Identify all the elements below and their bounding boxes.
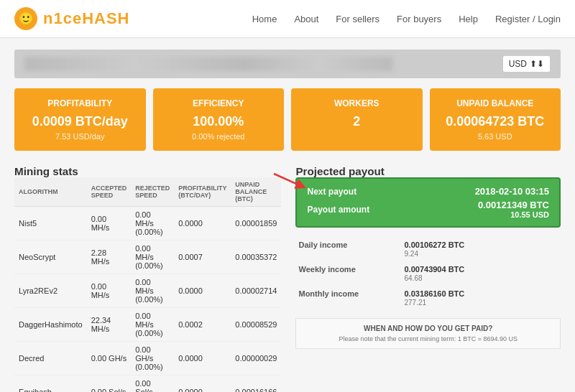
- cell-profit: 0.0000: [174, 207, 231, 241]
- cell-algo: Equihash: [14, 375, 87, 393]
- payout-amount-label: Payout amount: [307, 205, 369, 215]
- mining-table-header: Algorithm Accepted Speed Rejected Speed …: [14, 177, 281, 207]
- bottom-section: Mining stats Algorithm Accepted Speed Re…: [14, 165, 561, 392]
- nav-help[interactable]: Help: [459, 14, 478, 24]
- cell-unpaid: 0.00000029: [231, 342, 281, 375]
- cell-profit: 0.0002: [174, 308, 231, 342]
- projected-payout-section: Projected payout Next payout 2018-02-10 …: [295, 165, 561, 392]
- cell-rejected: 0.00 MH/s (0.00%): [131, 308, 174, 342]
- cell-accepted: 0.00 GH/s: [87, 342, 132, 375]
- payout-amount-row: Payout amount 0.00121349 BTC 10.55 USD: [307, 200, 549, 219]
- cell-accepted: 0.00 MH/s: [87, 207, 132, 241]
- mining-stats-title: Mining stats: [14, 165, 281, 177]
- table-row: NeoScrypt 2.28 MH/s 0.00 MH/s (0.00%) 0.…: [14, 241, 281, 274]
- list-item: Daily income 0.00106272 BTC 9.24: [297, 238, 559, 261]
- wallet-address-blurred: [24, 57, 392, 71]
- next-payout-label: Next payout: [307, 187, 356, 197]
- cell-unpaid: 0.00035372: [231, 241, 281, 274]
- cell-accepted: 22.34 MH/s: [87, 308, 132, 342]
- cell-profit: 0.0000: [174, 342, 231, 375]
- cell-profit: 0.0007: [174, 241, 231, 274]
- cell-unpaid: 0.00016166: [231, 375, 281, 393]
- main-content: USD ⬆⬇ Profitability 0.0009 BTC/day 7.53…: [0, 38, 575, 392]
- stat-profitability: Profitability 0.0009 BTC/day 7.53 USD/da…: [14, 88, 146, 151]
- cell-rejected: 0.00 Sol/s (0.00%): [131, 375, 174, 393]
- logo-text: n1ceHASH: [43, 9, 130, 28]
- nav-home[interactable]: Home: [252, 14, 277, 24]
- cell-algo: Decred: [14, 342, 87, 375]
- income-btc: 0.03186160 BTC: [404, 289, 464, 298]
- income-table: Daily income 0.00106272 BTC 9.24 Weekly …: [295, 236, 561, 311]
- logo-hash: HASH: [82, 9, 129, 27]
- cell-unpaid: 0.00001859: [231, 207, 281, 241]
- mining-table: Algorithm Accepted Speed Rejected Speed …: [14, 177, 281, 392]
- nav-about[interactable]: About: [294, 14, 318, 24]
- when-paid-label: WHEN AND HOW DO YOU GET PAID?: [364, 325, 492, 332]
- efficiency-value: 100.00%: [165, 114, 273, 129]
- next-payout-row: Next payout 2018-02-10 03:15: [307, 186, 549, 197]
- table-row: Lyra2REv2 0.00 MH/s 0.00 MH/s (0.00%) 0.…: [14, 274, 281, 308]
- cell-algo: Lyra2REv2: [14, 274, 87, 308]
- unpaid-label: Unpaid balance: [441, 98, 550, 108]
- workers-label: Workers: [303, 98, 411, 108]
- list-item: Monthly income 0.03186160 BTC 277.21: [297, 286, 559, 309]
- stats-cards: Profitability 0.0009 BTC/day 7.53 USD/da…: [14, 88, 561, 151]
- unpaid-value: 0.00064723 BTC: [441, 114, 550, 129]
- cell-profit: 0.0000: [174, 274, 231, 308]
- cell-rejected: 0.00 MH/s (0.00%): [131, 207, 174, 241]
- workers-value: 2: [303, 114, 411, 129]
- cell-accepted: 0.00 Sol/s: [87, 375, 132, 393]
- header: 🙂 n1ceHASH Home About For sellers For bu…: [0, 0, 575, 38]
- logo-n1ce: n1ce: [43, 9, 82, 27]
- col-accepted: Accepted Speed: [87, 177, 132, 207]
- red-arrow: [267, 170, 310, 192]
- cell-rejected: 0.00 GH/s (0.00%): [131, 342, 174, 375]
- income-usd: 277.21: [404, 299, 426, 307]
- stat-unpaid-balance: Unpaid balance 0.00064723 BTC 5.63 USD: [430, 88, 561, 151]
- cell-unpaid: 0.00008529: [231, 308, 281, 342]
- list-item: Weekly income 0.00743904 BTC 64.68: [297, 262, 559, 285]
- unpaid-sub: 5.63 USD: [441, 132, 550, 141]
- income-label: Monthly income: [297, 286, 401, 309]
- projected-title: Projected payout: [295, 165, 561, 177]
- efficiency-label: Efficiency: [165, 98, 273, 108]
- main-nav: Home About For sellers For buyers Help R…: [252, 14, 561, 24]
- income-btc: 0.00106272 BTC: [404, 241, 464, 249]
- payout-amount-usd: 10.55 USD: [478, 210, 549, 219]
- col-profitability: Profitability (BTC/DAY): [174, 177, 231, 207]
- currency-label: USD: [509, 59, 527, 69]
- income-label: Daily income: [297, 238, 401, 261]
- cell-accepted: 0.00 MH/s: [87, 274, 132, 308]
- income-label: Weekly income: [297, 262, 401, 285]
- wallet-banner: USD ⬆⬇: [14, 50, 561, 78]
- income-usd: 9.24: [404, 250, 418, 258]
- svg-line-1: [274, 174, 301, 186]
- cell-rejected: 0.00 MH/s (0.00%): [131, 241, 174, 274]
- currency-selector[interactable]: USD ⬆⬇: [502, 55, 551, 73]
- mining-stats-section: Mining stats Algorithm Accepted Speed Re…: [14, 165, 281, 392]
- exchange-rate-note: Please note that the current mining term…: [302, 335, 554, 342]
- next-payout-value: 2018-02-10 03:15: [475, 186, 549, 197]
- cell-rejected: 0.00 MH/s (0.00%): [131, 274, 174, 308]
- col-rejected: Rejected Speed: [131, 177, 174, 207]
- stat-efficiency: Efficiency 100.00% 0.00% rejected: [153, 88, 285, 151]
- logo-icon: 🙂: [14, 7, 37, 30]
- income-btc: 0.00743904 BTC: [404, 265, 464, 274]
- income-usd: 64.68: [404, 274, 422, 282]
- nav-register-login[interactable]: Register / Login: [495, 14, 561, 24]
- col-algorithm: Algorithm: [14, 177, 87, 207]
- table-row: Decred 0.00 GH/s 0.00 GH/s (0.00%) 0.000…: [14, 342, 281, 375]
- nav-for-buyers[interactable]: For buyers: [397, 14, 441, 24]
- table-row: DaggerHashimoto 22.34 MH/s 0.00 MH/s (0.…: [14, 308, 281, 342]
- efficiency-sub: 0.00% rejected: [165, 132, 273, 141]
- cell-accepted: 2.28 MH/s: [87, 241, 132, 274]
- cell-algo: Nist5: [14, 207, 87, 241]
- cell-algo: DaggerHashimoto: [14, 308, 87, 342]
- when-paid-box[interactable]: WHEN AND HOW DO YOU GET PAID? Please not…: [295, 318, 561, 349]
- nav-for-sellers[interactable]: For sellers: [336, 14, 380, 24]
- cell-profit: 0.0000: [174, 375, 231, 393]
- cell-algo: NeoScrypt: [14, 241, 87, 274]
- table-row: Equihash 0.00 Sol/s 0.00 Sol/s (0.00%) 0…: [14, 375, 281, 393]
- table-row: Nist5 0.00 MH/s 0.00 MH/s (0.00%) 0.0000…: [14, 207, 281, 241]
- profitability-label: Profitability: [26, 98, 134, 108]
